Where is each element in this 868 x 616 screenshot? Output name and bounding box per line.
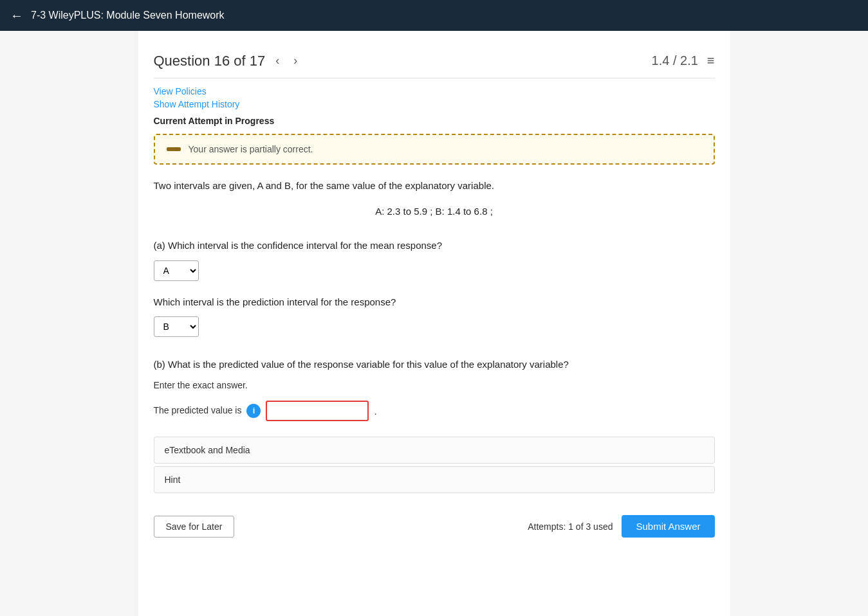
partial-icon — [167, 147, 181, 151]
list-icon[interactable]: ≡ — [707, 53, 715, 68]
intervals-display: A: 2.3 to 5.9 ; B: 1.4 to 6.8 ; — [154, 203, 715, 220]
predicted-value-input[interactable] — [266, 401, 369, 421]
main-content: Question 16 of 17 ‹ › 1.4 / 2.1 ≡ View P… — [138, 31, 730, 616]
prev-question-button[interactable]: ‹ — [272, 51, 283, 70]
period: . — [374, 403, 376, 420]
attempt-label: Current Attempt in Progress — [154, 116, 715, 126]
hint-row[interactable]: Hint — [154, 466, 715, 493]
predicted-row: The predicted value is i . — [154, 401, 715, 421]
question-header-right: 1.4 / 2.1 ≡ — [652, 53, 715, 68]
partial-text: Your answer is partially correct. — [189, 144, 313, 154]
part-a-q2-text: Which interval is the prediction interva… — [154, 294, 715, 311]
part-a-q2: Which interval is the prediction interva… — [154, 294, 715, 338]
partial-correct-banner: Your answer is partially correct. — [154, 134, 715, 165]
question-intro: Two intervals are given, A and B, for th… — [154, 177, 715, 194]
predicted-value-label: The predicted value is — [154, 403, 242, 419]
part-b-question: (b) What is the predicted value of the r… — [154, 356, 715, 373]
footer-right: Attempts: 1 of 3 used Submit Answer — [528, 515, 714, 538]
view-policies-link[interactable]: View Policies — [154, 86, 715, 96]
part-a-q1: (a) Which interval is the confidence int… — [154, 237, 715, 281]
next-question-button[interactable]: › — [290, 51, 301, 70]
part-a-q1-text: (a) Which interval is the confidence int… — [154, 237, 715, 254]
exact-answer-label: Enter the exact answer. — [154, 378, 715, 394]
footer-row: Save for Later Attempts: 1 of 3 used Sub… — [154, 506, 715, 538]
info-icon[interactable]: i — [246, 404, 261, 418]
confidence-interval-select[interactable]: A B — [154, 260, 199, 281]
score-display: 1.4 / 2.1 — [652, 53, 698, 68]
show-attempt-history-link[interactable]: Show Attempt History — [154, 99, 715, 109]
question-header-left: Question 16 of 17 ‹ › — [154, 51, 302, 70]
question-header: Question 16 of 17 ‹ › 1.4 / 2.1 ≡ — [154, 41, 715, 78]
submit-answer-button[interactable]: Submit Answer — [622, 515, 714, 538]
question-body: Two intervals are given, A and B, for th… — [154, 177, 715, 421]
attempts-text: Attempts: 1 of 3 used — [528, 521, 613, 532]
part-b: (b) What is the predicted value of the r… — [154, 356, 715, 421]
page-title: 7-3 WileyPLUS: Module Seven Homework — [31, 10, 225, 21]
etextbook-row[interactable]: eTextbook and Media — [154, 437, 715, 464]
links-row: View Policies Show Attempt History — [154, 86, 715, 109]
question-title: Question 16 of 17 — [154, 53, 266, 69]
topbar: ← 7-3 WileyPLUS: Module Seven Homework — [0, 0, 868, 31]
back-button[interactable]: ← — [10, 9, 23, 22]
prediction-interval-select[interactable]: A B — [154, 316, 199, 337]
save-later-button[interactable]: Save for Later — [154, 516, 235, 538]
